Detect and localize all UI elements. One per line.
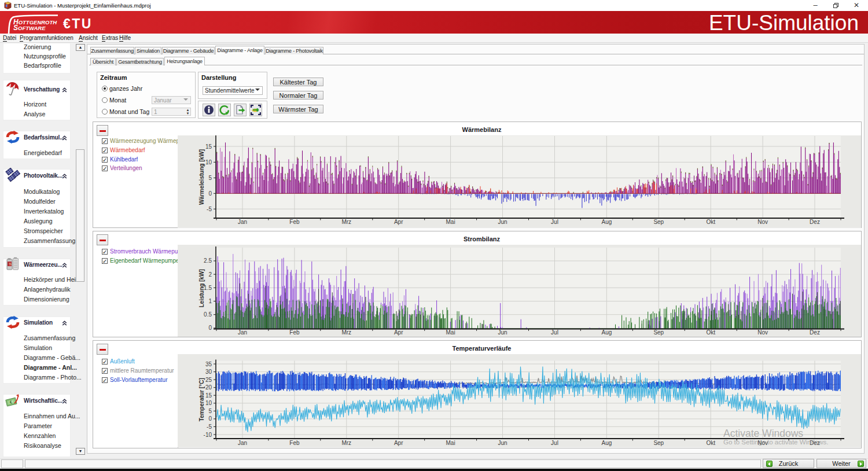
svg-text:Temperatur [°C]: Temperatur [°C] xyxy=(198,378,205,421)
svg-text:2: 2 xyxy=(208,271,212,278)
svg-text:15: 15 xyxy=(205,143,212,150)
svg-text:Mai: Mai xyxy=(446,440,455,446)
svg-text:5: 5 xyxy=(208,408,212,414)
svg-text:Jun: Jun xyxy=(498,219,507,225)
svg-text:Mai: Mai xyxy=(446,329,455,336)
svg-text:35: 35 xyxy=(205,361,212,367)
svg-text:20: 20 xyxy=(205,384,212,391)
svg-text:0.5: 0.5 xyxy=(204,311,212,318)
svg-text:Apr: Apr xyxy=(394,440,403,446)
svg-text:Jun: Jun xyxy=(498,329,507,336)
svg-text:0: 0 xyxy=(208,415,212,422)
svg-text:Jan: Jan xyxy=(238,329,247,336)
svg-text:Sep: Sep xyxy=(653,219,664,225)
svg-text:0: 0 xyxy=(208,325,212,331)
svg-text:10: 10 xyxy=(205,159,212,165)
svg-text:25: 25 xyxy=(205,377,212,383)
svg-text:Aug: Aug xyxy=(602,219,612,225)
svg-text:Jul: Jul xyxy=(551,329,558,336)
svg-text:Feb: Feb xyxy=(289,219,300,225)
svg-text:Aug: Aug xyxy=(602,440,612,446)
svg-text:Okt: Okt xyxy=(706,440,715,446)
svg-text:Dez: Dez xyxy=(810,219,820,225)
svg-text:Mrz: Mrz xyxy=(341,219,351,225)
svg-text:Jul: Jul xyxy=(551,219,558,225)
svg-text:Sep: Sep xyxy=(653,440,664,446)
svg-text:Leistung [kW]: Leistung [kW] xyxy=(198,269,205,307)
svg-text:Jan: Jan xyxy=(238,440,247,446)
svg-text:Wärmeleistung [kW]: Wärmeleistung [kW] xyxy=(198,149,205,205)
svg-text:Feb: Feb xyxy=(289,440,300,446)
svg-text:Apr: Apr xyxy=(394,329,403,336)
svg-text:Jul: Jul xyxy=(551,440,558,446)
svg-text:Apr: Apr xyxy=(394,219,403,225)
svg-text:1.5: 1.5 xyxy=(204,285,212,291)
svg-text:Okt: Okt xyxy=(706,219,715,225)
svg-text:Nov: Nov xyxy=(757,219,768,225)
svg-text:2.5: 2.5 xyxy=(204,257,212,264)
svg-text:Sep: Sep xyxy=(653,329,664,336)
svg-text:Mrz: Mrz xyxy=(341,329,351,336)
svg-text:Jun: Jun xyxy=(498,440,507,446)
svg-text:30: 30 xyxy=(205,369,212,375)
svg-text:-5: -5 xyxy=(207,424,212,430)
svg-text:1: 1 xyxy=(208,298,212,304)
svg-text:-10: -10 xyxy=(204,432,212,438)
svg-text:Okt: Okt xyxy=(706,329,715,336)
svg-text:Aug: Aug xyxy=(602,329,612,336)
svg-text:0: 0 xyxy=(208,190,212,197)
svg-text:Dez: Dez xyxy=(810,329,820,336)
svg-text:Jan: Jan xyxy=(238,219,247,225)
svg-text:Nov: Nov xyxy=(757,329,768,336)
svg-text:Feb: Feb xyxy=(289,329,300,336)
svg-text:5: 5 xyxy=(208,175,212,181)
svg-text:15: 15 xyxy=(205,392,212,399)
svg-text:Mrz: Mrz xyxy=(341,440,351,446)
svg-text:10: 10 xyxy=(205,400,212,406)
svg-text:-5: -5 xyxy=(207,206,212,212)
svg-text:Mai: Mai xyxy=(446,219,455,225)
